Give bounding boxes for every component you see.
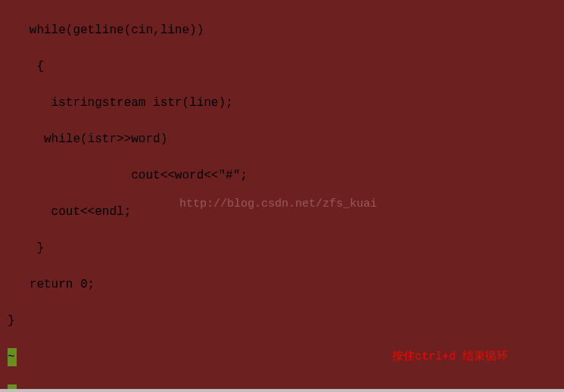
code-line: istringstream istr(line); (8, 94, 556, 112)
code-line: cout<<word<<"#"; (8, 166, 556, 185)
annotation-text: 按住ctrl+d 结束循环 (392, 349, 508, 363)
code-line: { (8, 58, 556, 76)
terminal-content[interactable]: while(getline(cin,line)) { istringstream… (0, 0, 564, 392)
code-line: return 0; (8, 275, 556, 294)
tilde-marker: ~ (8, 348, 17, 366)
code-line: while(getline(cin,line)) (8, 21, 556, 39)
code-line: } (8, 312, 556, 330)
code-line: } (8, 239, 556, 257)
bottom-border (0, 389, 564, 392)
watermark-text: http://blog.csdn.net/zfs_kuai (179, 198, 377, 210)
code-line: while(istr>>word) (8, 130, 556, 148)
